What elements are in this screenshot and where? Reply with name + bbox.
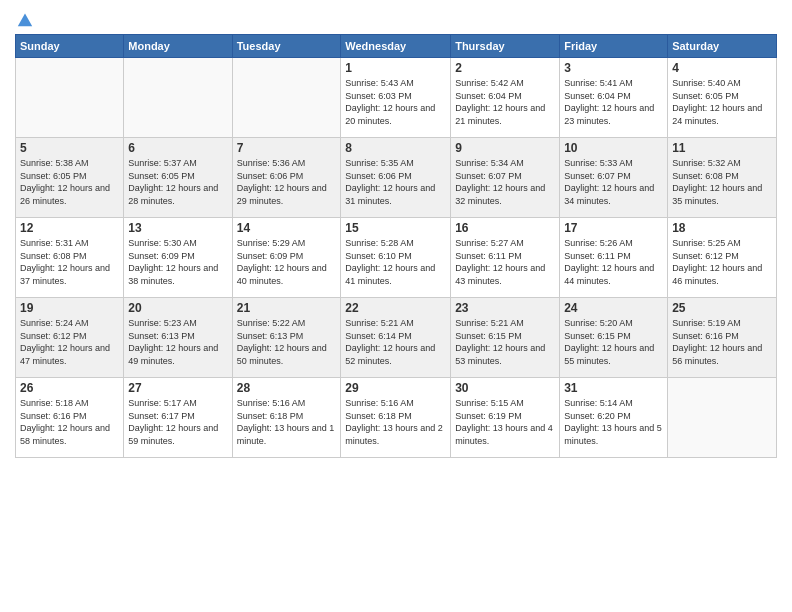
day-number: 27 [128,381,227,395]
calendar-header-row: SundayMondayTuesdayWednesdayThursdayFrid… [16,35,777,58]
col-header-thursday: Thursday [451,35,560,58]
day-info: Sunrise: 5:36 AM Sunset: 6:06 PM Dayligh… [237,157,337,207]
calendar-cell [668,378,777,458]
day-info: Sunrise: 5:42 AM Sunset: 6:04 PM Dayligh… [455,77,555,127]
day-info: Sunrise: 5:29 AM Sunset: 6:09 PM Dayligh… [237,237,337,287]
day-number: 16 [455,221,555,235]
calendar-cell: 20Sunrise: 5:23 AM Sunset: 6:13 PM Dayli… [124,298,232,378]
day-info: Sunrise: 5:25 AM Sunset: 6:12 PM Dayligh… [672,237,772,287]
calendar-cell: 8Sunrise: 5:35 AM Sunset: 6:06 PM Daylig… [341,138,451,218]
day-number: 12 [20,221,119,235]
day-info: Sunrise: 5:33 AM Sunset: 6:07 PM Dayligh… [564,157,663,207]
calendar-cell: 17Sunrise: 5:26 AM Sunset: 6:11 PM Dayli… [560,218,668,298]
calendar-cell: 30Sunrise: 5:15 AM Sunset: 6:19 PM Dayli… [451,378,560,458]
calendar-week-row: 12Sunrise: 5:31 AM Sunset: 6:08 PM Dayli… [16,218,777,298]
day-number: 2 [455,61,555,75]
calendar-cell [232,58,341,138]
day-number: 5 [20,141,119,155]
calendar-cell: 16Sunrise: 5:27 AM Sunset: 6:11 PM Dayli… [451,218,560,298]
col-header-tuesday: Tuesday [232,35,341,58]
calendar-cell: 11Sunrise: 5:32 AM Sunset: 6:08 PM Dayli… [668,138,777,218]
calendar-cell: 31Sunrise: 5:14 AM Sunset: 6:20 PM Dayli… [560,378,668,458]
day-info: Sunrise: 5:28 AM Sunset: 6:10 PM Dayligh… [345,237,446,287]
page: SundayMondayTuesdayWednesdayThursdayFrid… [0,0,792,612]
calendar-week-row: 26Sunrise: 5:18 AM Sunset: 6:16 PM Dayli… [16,378,777,458]
calendar-cell: 29Sunrise: 5:16 AM Sunset: 6:18 PM Dayli… [341,378,451,458]
day-info: Sunrise: 5:41 AM Sunset: 6:04 PM Dayligh… [564,77,663,127]
header [15,10,777,28]
day-info: Sunrise: 5:32 AM Sunset: 6:08 PM Dayligh… [672,157,772,207]
calendar-cell: 13Sunrise: 5:30 AM Sunset: 6:09 PM Dayli… [124,218,232,298]
calendar-cell: 25Sunrise: 5:19 AM Sunset: 6:16 PM Dayli… [668,298,777,378]
calendar-cell: 4Sunrise: 5:40 AM Sunset: 6:05 PM Daylig… [668,58,777,138]
day-number: 29 [345,381,446,395]
day-number: 7 [237,141,337,155]
col-header-sunday: Sunday [16,35,124,58]
day-number: 23 [455,301,555,315]
day-number: 17 [564,221,663,235]
calendar-cell: 21Sunrise: 5:22 AM Sunset: 6:13 PM Dayli… [232,298,341,378]
day-number: 11 [672,141,772,155]
day-info: Sunrise: 5:22 AM Sunset: 6:13 PM Dayligh… [237,317,337,367]
day-number: 3 [564,61,663,75]
day-number: 6 [128,141,227,155]
calendar-cell: 2Sunrise: 5:42 AM Sunset: 6:04 PM Daylig… [451,58,560,138]
day-info: Sunrise: 5:30 AM Sunset: 6:09 PM Dayligh… [128,237,227,287]
day-number: 20 [128,301,227,315]
calendar-cell: 27Sunrise: 5:17 AM Sunset: 6:17 PM Dayli… [124,378,232,458]
day-info: Sunrise: 5:19 AM Sunset: 6:16 PM Dayligh… [672,317,772,367]
calendar-cell: 5Sunrise: 5:38 AM Sunset: 6:05 PM Daylig… [16,138,124,218]
calendar-cell: 9Sunrise: 5:34 AM Sunset: 6:07 PM Daylig… [451,138,560,218]
calendar-cell: 10Sunrise: 5:33 AM Sunset: 6:07 PM Dayli… [560,138,668,218]
col-header-saturday: Saturday [668,35,777,58]
day-info: Sunrise: 5:40 AM Sunset: 6:05 PM Dayligh… [672,77,772,127]
day-number: 31 [564,381,663,395]
calendar-cell: 19Sunrise: 5:24 AM Sunset: 6:12 PM Dayli… [16,298,124,378]
day-number: 30 [455,381,555,395]
calendar-week-row: 19Sunrise: 5:24 AM Sunset: 6:12 PM Dayli… [16,298,777,378]
day-number: 9 [455,141,555,155]
day-info: Sunrise: 5:18 AM Sunset: 6:16 PM Dayligh… [20,397,119,447]
day-number: 10 [564,141,663,155]
calendar-cell: 7Sunrise: 5:36 AM Sunset: 6:06 PM Daylig… [232,138,341,218]
calendar-cell [124,58,232,138]
day-info: Sunrise: 5:27 AM Sunset: 6:11 PM Dayligh… [455,237,555,287]
col-header-friday: Friday [560,35,668,58]
day-number: 25 [672,301,772,315]
day-info: Sunrise: 5:37 AM Sunset: 6:05 PM Dayligh… [128,157,227,207]
calendar-cell: 23Sunrise: 5:21 AM Sunset: 6:15 PM Dayli… [451,298,560,378]
calendar-cell: 12Sunrise: 5:31 AM Sunset: 6:08 PM Dayli… [16,218,124,298]
day-number: 8 [345,141,446,155]
day-number: 1 [345,61,446,75]
day-info: Sunrise: 5:21 AM Sunset: 6:14 PM Dayligh… [345,317,446,367]
day-info: Sunrise: 5:16 AM Sunset: 6:18 PM Dayligh… [345,397,446,447]
calendar-cell: 18Sunrise: 5:25 AM Sunset: 6:12 PM Dayli… [668,218,777,298]
day-info: Sunrise: 5:17 AM Sunset: 6:17 PM Dayligh… [128,397,227,447]
calendar-cell: 6Sunrise: 5:37 AM Sunset: 6:05 PM Daylig… [124,138,232,218]
calendar-cell: 15Sunrise: 5:28 AM Sunset: 6:10 PM Dayli… [341,218,451,298]
day-info: Sunrise: 5:34 AM Sunset: 6:07 PM Dayligh… [455,157,555,207]
calendar-cell [16,58,124,138]
day-number: 14 [237,221,337,235]
day-number: 22 [345,301,446,315]
day-info: Sunrise: 5:35 AM Sunset: 6:06 PM Dayligh… [345,157,446,207]
calendar-cell: 28Sunrise: 5:16 AM Sunset: 6:18 PM Dayli… [232,378,341,458]
calendar-table: SundayMondayTuesdayWednesdayThursdayFrid… [15,34,777,458]
day-number: 13 [128,221,227,235]
col-header-wednesday: Wednesday [341,35,451,58]
day-number: 4 [672,61,772,75]
svg-marker-0 [18,14,32,27]
day-number: 15 [345,221,446,235]
calendar-cell: 3Sunrise: 5:41 AM Sunset: 6:04 PM Daylig… [560,58,668,138]
col-header-monday: Monday [124,35,232,58]
calendar-cell: 1Sunrise: 5:43 AM Sunset: 6:03 PM Daylig… [341,58,451,138]
day-number: 19 [20,301,119,315]
day-info: Sunrise: 5:23 AM Sunset: 6:13 PM Dayligh… [128,317,227,367]
day-number: 18 [672,221,772,235]
day-info: Sunrise: 5:26 AM Sunset: 6:11 PM Dayligh… [564,237,663,287]
day-info: Sunrise: 5:15 AM Sunset: 6:19 PM Dayligh… [455,397,555,447]
calendar-cell: 14Sunrise: 5:29 AM Sunset: 6:09 PM Dayli… [232,218,341,298]
logo-icon [16,10,34,28]
logo [15,10,34,28]
day-info: Sunrise: 5:43 AM Sunset: 6:03 PM Dayligh… [345,77,446,127]
